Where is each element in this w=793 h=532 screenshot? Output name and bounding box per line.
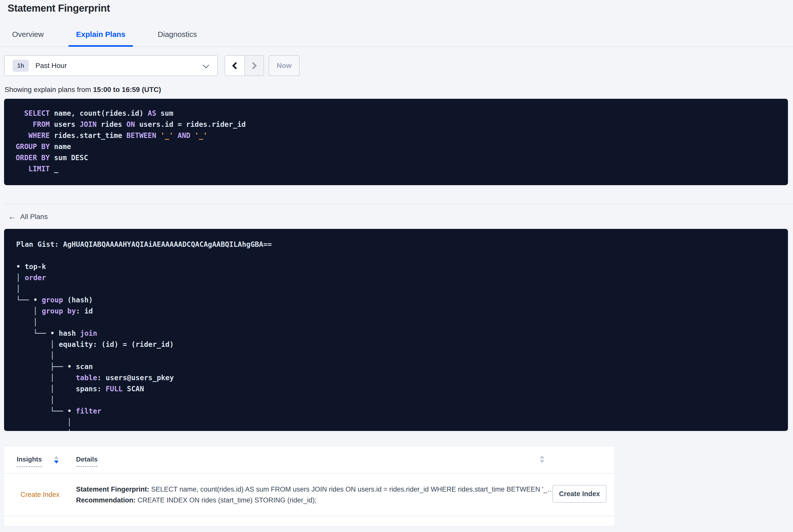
interval-badge: 1h xyxy=(13,60,29,72)
tab-bar: Overview Explain Plans Diagnostics xyxy=(0,24,793,47)
sort-up-icon xyxy=(54,456,59,459)
all-plans-back-link[interactable]: ← All Plans xyxy=(8,212,48,221)
page-title: Statement Fingerprint xyxy=(7,2,793,14)
sort-down-icon xyxy=(54,460,59,463)
sort-down-icon xyxy=(540,460,544,463)
chevron-left-icon xyxy=(232,62,239,69)
now-button[interactable]: Now xyxy=(269,55,300,76)
details-column-header: Details xyxy=(76,455,97,463)
insight-table-row: Create Index Statement Fingerprint: SELE… xyxy=(4,474,615,516)
previous-time-window-button[interactable] xyxy=(225,56,244,76)
sql-statement-code: SELECT name, count(rides.id) AS sum FROM… xyxy=(16,108,788,174)
insights-header-label[interactable]: Insights xyxy=(17,455,42,467)
section-divider xyxy=(4,204,793,204)
back-arrow-icon: ← xyxy=(8,212,16,221)
chevron-down-icon xyxy=(203,62,209,68)
insights-column-header: Insights xyxy=(17,455,76,467)
time-range-value: 15:00 to 16:59 (UTC) xyxy=(93,86,161,93)
time-window-pager xyxy=(225,55,264,76)
insights-sort-icon[interactable] xyxy=(54,456,59,463)
time-interval-select[interactable]: 1h Past Hour xyxy=(4,55,218,76)
plan-gist-box: Plan Gist: AgHUAQIABQAAAAHYAQIAiAEAAAAAD… xyxy=(4,229,788,431)
insights-table-header: Insights Details xyxy=(4,446,615,474)
tab-diagnostics[interactable]: Diagnostics xyxy=(150,24,204,47)
details-header-label[interactable]: Details xyxy=(76,455,97,467)
statement-fingerprint-line: Statement Fingerprint: SELECT name, coun… xyxy=(76,485,607,494)
next-time-window-button[interactable] xyxy=(244,56,264,76)
plan-tree-code: Plan Gist: AgHUAQIABQAAAAHYAQIAiAEAAAAAD… xyxy=(16,239,788,431)
details-sort-icon[interactable] xyxy=(540,455,544,463)
sort-up-icon xyxy=(540,455,544,458)
tab-overview[interactable]: Overview xyxy=(4,24,51,47)
showing-range-text: Showing explain plans from 15:00 to 16:5… xyxy=(4,86,793,94)
tab-explain-plans[interactable]: Explain Plans xyxy=(69,24,133,47)
create-index-link[interactable]: Create Index xyxy=(20,491,60,498)
insights-table-card: Insights Details Create Index Statement … xyxy=(4,446,615,526)
recommendation-line: Recommendation: CREATE INDEX ON rides (s… xyxy=(76,496,607,505)
insight-type-cell: Create Index xyxy=(17,491,76,499)
sql-statement-box: SELECT name, count(rides.id) AS sum FROM… xyxy=(4,99,788,185)
all-plans-label: All Plans xyxy=(20,213,48,221)
time-interval-label: Past Hour xyxy=(35,62,67,70)
insight-details-cell: Statement Fingerprint: SELECT name, coun… xyxy=(76,483,607,507)
chevron-right-icon xyxy=(250,62,257,69)
time-toolbar: 1h Past Hour Now xyxy=(4,55,793,76)
create-index-button[interactable]: Create Index xyxy=(552,485,606,503)
